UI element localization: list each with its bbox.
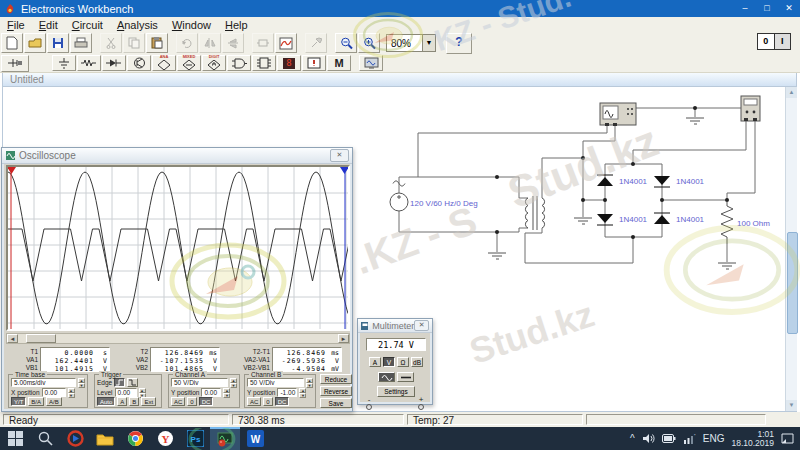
multimeter-component[interactable] [741,96,760,121]
bin-favorites[interactable] [1,55,29,72]
rotate-button[interactable] [176,33,198,53]
bin-sources[interactable] [52,55,76,71]
taskbar-yandex-browser[interactable]: Y [150,427,180,450]
help-button[interactable]: ? [446,33,472,54]
channel-b-ypos-spinner[interactable]: ▲▼ [299,388,306,397]
save-button[interactable] [47,33,69,53]
start-button[interactable] [0,427,30,450]
menu-circuit[interactable]: Circuit [65,19,110,31]
dc-mode-button[interactable] [397,372,414,382]
reverse-button[interactable]: Reverse [320,386,352,396]
flip-horizontal-button[interactable] [199,33,221,53]
zoom-out-button[interactable] [335,33,357,53]
yt-mode-button[interactable]: Y/T [11,397,26,406]
trigger-b-button[interactable]: B [129,397,139,406]
channel-b-zero-button[interactable]: 0 [263,397,272,406]
positive-terminal[interactable]: + [416,395,426,410]
new-button[interactable] [1,33,23,53]
ampere-mode-button[interactable]: A [369,357,381,367]
zoom-dropdown-arrow-icon[interactable]: ▼ [422,35,435,51]
document-title[interactable]: Untitled [2,72,797,86]
menu-file[interactable]: File [0,19,32,31]
channel-a-ypos-spinner[interactable]: ▲▼ [223,388,230,397]
time-base-spinner[interactable]: ▲▼ [78,378,85,387]
taskbar-electronics-workbench[interactable] [210,427,240,450]
channel-b-ac-button[interactable]: AC [247,397,261,406]
open-button[interactable] [24,33,46,53]
maximize-button[interactable]: □ [756,0,778,17]
channel-a-spinner[interactable]: ▲▼ [230,378,237,387]
channel-b-scale[interactable]: 50 V/Div [247,378,304,387]
analysis-graph-button[interactable] [275,33,297,53]
bin-transistors[interactable] [127,55,151,71]
scope-scroll-left-icon[interactable]: ◄ [7,334,18,343]
menu-help[interactable]: Help [218,19,255,31]
tray-expand-caret[interactable]: ^ [630,433,635,444]
channel-a-dc-button[interactable]: DC [199,397,214,406]
print-button[interactable] [70,33,92,53]
trigger-a-button[interactable]: A [117,397,127,406]
trigger-auto-button[interactable]: Auto [97,397,115,406]
ab-mode-button[interactable]: A/B [46,397,62,406]
menu-edit[interactable]: Edit [32,19,65,31]
rising-edge-button[interactable] [114,378,125,387]
decibel-mode-button[interactable]: dB [411,357,423,367]
bin-analog-ics[interactable]: ANA [152,55,176,71]
app-titlebar[interactable]: Electronics Workbench – □ ✕ [0,0,800,17]
taskbar-word[interactable]: W [240,427,270,450]
scope-scrollbar[interactable]: ◄ ► [6,333,350,344]
scroll-up-icon[interactable]: ▲ [786,87,797,98]
minimize-button[interactable]: – [734,0,756,17]
scope-scroll-right-icon[interactable]: ► [338,334,349,343]
flip-vertical-button[interactable] [222,33,244,53]
bin-digital-ics[interactable]: DIGIT [202,55,226,71]
cursor-2-marker-icon[interactable] [340,167,348,174]
channel-a-scale[interactable]: 50 V/Div [171,378,228,387]
multimeter-close-icon[interactable]: ✕ [414,320,429,331]
scroll-down-icon[interactable]: ▼ [786,400,797,411]
zoom-level-select[interactable]: 80% ▼ [386,34,436,52]
scroll-thumb[interactable] [787,232,798,334]
x-position-value[interactable]: 0.00 [42,388,66,397]
bin-mixed-ics[interactable]: MIXED [177,55,201,71]
bin-logic-gates[interactable] [227,55,251,71]
bin-instruments[interactable] [359,55,383,71]
level-value[interactable]: 0.00 [115,388,137,397]
notification-center-icon[interactable] [781,433,794,444]
x-position-spinner[interactable]: ▲▼ [68,388,75,397]
level-spinner[interactable]: ▲▼ [139,388,146,397]
bin-indicators[interactable]: 8 [277,55,301,71]
zoom-in-button[interactable] [358,33,380,53]
copy-button[interactable] [123,33,145,53]
channel-b-spinner[interactable]: ▲▼ [306,378,313,387]
ohm-mode-button[interactable]: Ω [397,357,409,367]
channel-a-zero-button[interactable]: 0 [187,397,196,406]
volume-icon[interactable] [642,433,655,444]
bin-controls[interactable] [302,55,326,71]
channel-b-dc-button[interactable]: DC [275,397,290,406]
channel-b-ypos-value[interactable]: -1.00 [277,388,297,397]
taskbar-photoshop[interactable]: Ps [180,427,210,450]
bin-digital[interactable] [252,55,276,71]
taskbar-file-explorer[interactable] [90,427,120,450]
scope-scroll-thumb[interactable] [26,334,56,343]
oscilloscope-close-icon[interactable]: ✕ [330,149,349,162]
ac-mode-button[interactable] [378,372,395,382]
oscilloscope-component[interactable] [600,103,636,126]
vertical-scrollbar[interactable]: ▲ ▼ [785,87,797,411]
settings-button[interactable]: Settings [377,386,415,397]
menu-window[interactable]: Window [165,19,218,31]
bin-diodes[interactable] [102,55,126,71]
language-indicator[interactable]: ENG [703,433,725,444]
trigger-ext-button[interactable]: Ext [141,397,156,406]
multimeter-titlebar[interactable]: Multimeter ✕ [358,319,432,333]
cut-button[interactable] [100,33,122,53]
taskbar-chrome[interactable] [120,427,150,450]
bin-miscellaneous[interactable]: M [327,55,351,71]
ba-mode-button[interactable]: B/A [28,397,44,406]
save-scope-button[interactable]: Save [320,398,352,408]
power-switch[interactable]: 0 I [757,33,791,50]
subcircuit-button[interactable] [252,33,274,53]
oscilloscope-titlebar[interactable]: Oscilloscope ✕ [2,148,352,164]
volt-mode-button[interactable]: V [383,357,395,367]
